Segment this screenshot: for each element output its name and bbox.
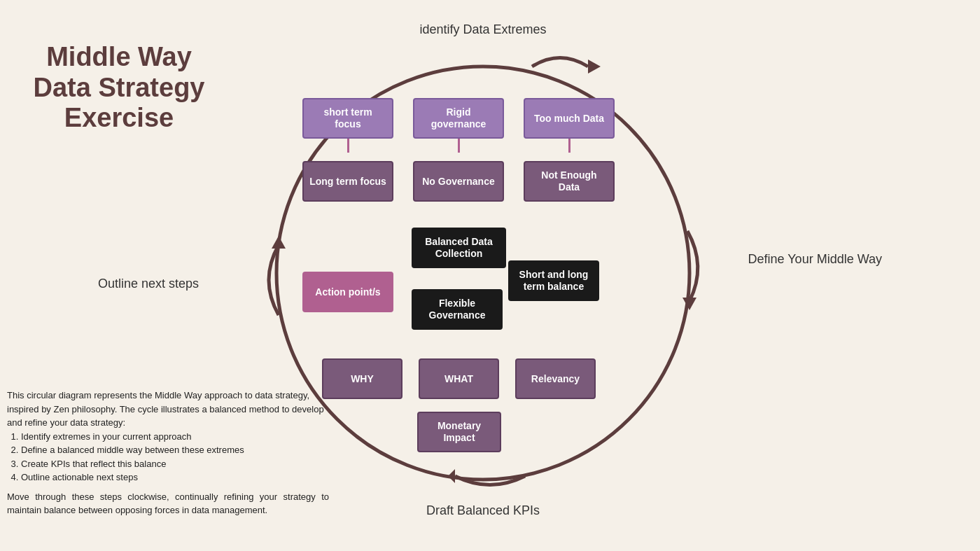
box-rigid: Rigid governance (413, 98, 504, 139)
page-title: Middle Way Data Strategy Exercise (21, 42, 217, 134)
svg-marker-2 (682, 298, 696, 310)
box-what: WHAT (419, 358, 499, 399)
title-area: Middle Way Data Strategy Exercise (21, 42, 217, 134)
box-not-enough: Not Enough Data (524, 161, 615, 202)
label-identify: identify Data Extremes (419, 22, 546, 37)
circle-container: identify Data Extremes Define Your Middl… (224, 14, 742, 532)
box-short-long: Short and long term balance (508, 260, 599, 301)
box-balanced: Balanced Data Collection (412, 228, 506, 268)
box-why: WHY (322, 358, 402, 399)
label-define: Define Your Middle Way (748, 252, 882, 267)
box-long-term: Long term focus (302, 161, 393, 202)
svg-marker-3 (448, 469, 455, 483)
svg-marker-4 (272, 236, 286, 249)
circle-svg (224, 14, 742, 532)
box-monetary: Monetary Impact (417, 412, 501, 452)
box-short-term: short term focus (302, 98, 393, 139)
box-too-much: Too much Data (524, 98, 615, 139)
label-draft: Draft Balanced KPIs (426, 503, 540, 518)
box-flexible: Flexible Governance (412, 289, 503, 330)
svg-marker-1 (588, 60, 601, 74)
connector-toomuch (568, 139, 570, 153)
connector-short-term (347, 139, 349, 153)
box-no-gov: No Governance (413, 161, 504, 202)
connector-rigid (458, 139, 460, 153)
box-action[interactable]: Action point/s (302, 272, 393, 312)
label-outline: Outline next steps (98, 277, 199, 291)
box-relevancy: Relevancy (515, 358, 596, 399)
